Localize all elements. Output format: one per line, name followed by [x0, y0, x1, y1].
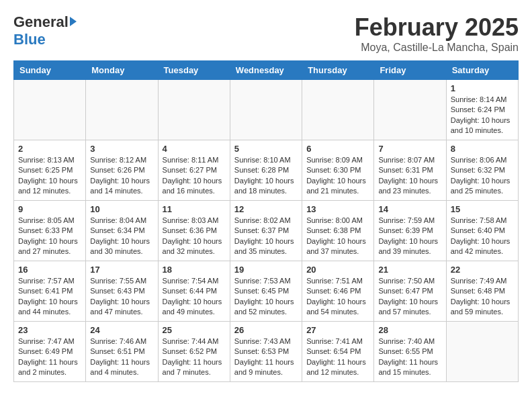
- calendar-cell: 19Sunrise: 7:53 AM Sunset: 6:45 PM Dayli…: [230, 261, 302, 322]
- day-number: 8: [451, 144, 514, 154]
- calendar-cell: 12Sunrise: 8:02 AM Sunset: 6:37 PM Dayli…: [230, 201, 302, 261]
- logo: General Blue: [13, 13, 77, 48]
- calendar-cell: 6Sunrise: 8:09 AM Sunset: 6:30 PM Daylig…: [302, 140, 374, 201]
- day-info: Sunrise: 8:02 AM Sunset: 6:37 PM Dayligh…: [234, 216, 298, 257]
- calendar-cell: 13Sunrise: 8:00 AM Sunset: 6:38 PM Dayli…: [302, 201, 374, 261]
- calendar-cell: 15Sunrise: 7:58 AM Sunset: 6:40 PM Dayli…: [446, 201, 518, 261]
- calendar-cell: 26Sunrise: 7:43 AM Sunset: 6:53 PM Dayli…: [230, 322, 302, 382]
- day-info: Sunrise: 8:13 AM Sunset: 6:25 PM Dayligh…: [18, 155, 81, 197]
- calendar-cell: 1Sunrise: 8:14 AM Sunset: 6:24 PM Daylig…: [446, 80, 518, 140]
- day-info: Sunrise: 8:07 AM Sunset: 6:31 PM Dayligh…: [378, 155, 441, 197]
- day-number: 11: [163, 204, 226, 214]
- calendar-cell: 8Sunrise: 8:06 AM Sunset: 6:32 PM Daylig…: [446, 140, 518, 201]
- calendar-cell: 17Sunrise: 7:55 AM Sunset: 6:43 PM Dayli…: [86, 261, 158, 322]
- week-row-4: 16Sunrise: 7:57 AM Sunset: 6:41 PM Dayli…: [14, 261, 519, 322]
- calendar-cell: [302, 80, 374, 140]
- day-info: Sunrise: 7:41 AM Sunset: 6:54 PM Dayligh…: [306, 336, 369, 378]
- day-number: 1: [451, 83, 514, 93]
- day-info: Sunrise: 7:43 AM Sunset: 6:53 PM Dayligh…: [234, 336, 298, 378]
- day-number: 13: [306, 204, 369, 214]
- calendar-cell: [86, 80, 158, 140]
- day-info: Sunrise: 7:40 AM Sunset: 6:55 PM Dayligh…: [378, 336, 441, 378]
- day-number: 4: [163, 144, 226, 154]
- day-number: 7: [378, 144, 441, 154]
- day-info: Sunrise: 7:47 AM Sunset: 6:49 PM Dayligh…: [18, 336, 81, 378]
- calendar-cell: 4Sunrise: 8:11 AM Sunset: 6:27 PM Daylig…: [158, 140, 230, 201]
- page-header: General Blue February 2025 Moya, Castill…: [13, 13, 519, 54]
- weekday-header-sunday: Sunday: [14, 61, 86, 80]
- weekday-header-friday: Friday: [374, 61, 446, 80]
- weekday-header-thursday: Thursday: [302, 61, 374, 80]
- day-number: 28: [378, 325, 441, 335]
- day-info: Sunrise: 8:06 AM Sunset: 6:32 PM Dayligh…: [451, 155, 514, 197]
- day-info: Sunrise: 7:51 AM Sunset: 6:46 PM Dayligh…: [306, 276, 369, 318]
- day-number: 3: [90, 144, 153, 154]
- calendar-cell: 9Sunrise: 8:05 AM Sunset: 6:33 PM Daylig…: [14, 201, 86, 261]
- day-number: 22: [451, 265, 514, 275]
- calendar-cell: [446, 322, 518, 382]
- day-number: 26: [234, 325, 298, 335]
- weekday-header-saturday: Saturday: [446, 61, 518, 80]
- weekday-header-monday: Monday: [86, 61, 158, 80]
- day-number: 9: [18, 204, 81, 214]
- calendar-cell: 24Sunrise: 7:46 AM Sunset: 6:51 PM Dayli…: [86, 322, 158, 382]
- title-section: February 2025 Moya, Castille-La Mancha, …: [355, 13, 519, 54]
- calendar-cell: 28Sunrise: 7:40 AM Sunset: 6:55 PM Dayli…: [374, 322, 446, 382]
- day-info: Sunrise: 8:14 AM Sunset: 6:24 PM Dayligh…: [451, 95, 514, 136]
- day-info: Sunrise: 8:10 AM Sunset: 6:28 PM Dayligh…: [234, 155, 298, 197]
- day-info: Sunrise: 7:58 AM Sunset: 6:40 PM Dayligh…: [451, 216, 514, 257]
- day-number: 24: [90, 325, 153, 335]
- day-number: 25: [163, 325, 226, 335]
- calendar-cell: 7Sunrise: 8:07 AM Sunset: 6:31 PM Daylig…: [374, 140, 446, 201]
- week-row-1: 1Sunrise: 8:14 AM Sunset: 6:24 PM Daylig…: [14, 80, 519, 140]
- location-text: Moya, Castille-La Mancha, Spain: [355, 42, 519, 54]
- calendar-cell: 21Sunrise: 7:50 AM Sunset: 6:47 PM Dayli…: [374, 261, 446, 322]
- day-info: Sunrise: 7:59 AM Sunset: 6:39 PM Dayligh…: [378, 216, 441, 257]
- day-info: Sunrise: 7:57 AM Sunset: 6:41 PM Dayligh…: [18, 276, 81, 318]
- day-number: 23: [18, 325, 81, 335]
- day-info: Sunrise: 7:55 AM Sunset: 6:43 PM Dayligh…: [90, 276, 153, 318]
- day-number: 6: [306, 144, 369, 154]
- calendar-cell: 11Sunrise: 8:03 AM Sunset: 6:36 PM Dayli…: [158, 201, 230, 261]
- day-number: 5: [234, 144, 298, 154]
- day-number: 21: [378, 265, 441, 275]
- weekday-header-tuesday: Tuesday: [158, 61, 230, 80]
- calendar-cell: 18Sunrise: 7:54 AM Sunset: 6:44 PM Dayli…: [158, 261, 230, 322]
- day-info: Sunrise: 7:49 AM Sunset: 6:48 PM Dayligh…: [451, 276, 514, 318]
- day-info: Sunrise: 8:09 AM Sunset: 6:30 PM Dayligh…: [306, 155, 369, 197]
- day-info: Sunrise: 8:03 AM Sunset: 6:36 PM Dayligh…: [163, 216, 226, 257]
- day-info: Sunrise: 7:54 AM Sunset: 6:44 PM Dayligh…: [163, 276, 226, 318]
- calendar-cell: 2Sunrise: 8:13 AM Sunset: 6:25 PM Daylig…: [14, 140, 86, 201]
- calendar-cell: 3Sunrise: 8:12 AM Sunset: 6:26 PM Daylig…: [86, 140, 158, 201]
- week-row-2: 2Sunrise: 8:13 AM Sunset: 6:25 PM Daylig…: [14, 140, 519, 201]
- day-info: Sunrise: 8:11 AM Sunset: 6:27 PM Dayligh…: [163, 155, 226, 197]
- day-info: Sunrise: 7:50 AM Sunset: 6:47 PM Dayligh…: [378, 276, 441, 318]
- month-title: February 2025: [355, 13, 519, 42]
- day-info: Sunrise: 8:00 AM Sunset: 6:38 PM Dayligh…: [306, 216, 369, 257]
- day-number: 10: [90, 204, 153, 214]
- week-row-3: 9Sunrise: 8:05 AM Sunset: 6:33 PM Daylig…: [14, 201, 519, 261]
- day-number: 20: [306, 265, 369, 275]
- calendar-cell: [158, 80, 230, 140]
- day-number: 16: [18, 265, 81, 275]
- logo-general-text: General: [13, 13, 69, 31]
- calendar-cell: 25Sunrise: 7:44 AM Sunset: 6:52 PM Dayli…: [158, 322, 230, 382]
- calendar-cell: 16Sunrise: 7:57 AM Sunset: 6:41 PM Dayli…: [14, 261, 86, 322]
- day-info: Sunrise: 8:04 AM Sunset: 6:34 PM Dayligh…: [90, 216, 153, 257]
- day-info: Sunrise: 8:12 AM Sunset: 6:26 PM Dayligh…: [90, 155, 153, 197]
- calendar-cell: [14, 80, 86, 140]
- calendar-cell: [230, 80, 302, 140]
- calendar-cell: 22Sunrise: 7:49 AM Sunset: 6:48 PM Dayli…: [446, 261, 518, 322]
- calendar-cell: 20Sunrise: 7:51 AM Sunset: 6:46 PM Dayli…: [302, 261, 374, 322]
- calendar-cell: 27Sunrise: 7:41 AM Sunset: 6:54 PM Dayli…: [302, 322, 374, 382]
- day-number: 15: [451, 204, 514, 214]
- calendar-cell: 23Sunrise: 7:47 AM Sunset: 6:49 PM Dayli…: [14, 322, 86, 382]
- day-number: 12: [234, 204, 298, 214]
- weekday-header-wednesday: Wednesday: [230, 61, 302, 80]
- day-number: 17: [90, 265, 153, 275]
- calendar-cell: 10Sunrise: 8:04 AM Sunset: 6:34 PM Dayli…: [86, 201, 158, 261]
- day-info: Sunrise: 7:46 AM Sunset: 6:51 PM Dayligh…: [90, 336, 153, 378]
- day-number: 19: [234, 265, 298, 275]
- day-info: Sunrise: 7:53 AM Sunset: 6:45 PM Dayligh…: [234, 276, 298, 318]
- week-row-5: 23Sunrise: 7:47 AM Sunset: 6:49 PM Dayli…: [14, 322, 519, 382]
